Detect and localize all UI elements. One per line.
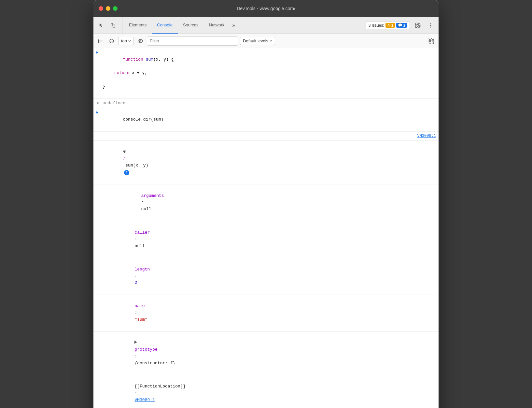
- console-row-fn-location: [[FunctionLocation]] : VM3089:1: [93, 375, 439, 408]
- tab-console[interactable]: Console: [152, 17, 178, 34]
- cursor-icon: [99, 23, 104, 28]
- expand-indicator[interactable]: ▶: [93, 49, 101, 56]
- console-row-fn-header: f sum(x, y) i: [93, 141, 439, 184]
- gear-icon: [415, 22, 421, 28]
- caller-content: caller : null: [101, 222, 439, 257]
- console-row-dir: ▶ console.dir(sum): [93, 108, 439, 131]
- three-dots-icon: [430, 23, 431, 28]
- dir-indicator[interactable]: ▶: [93, 109, 101, 116]
- console-content: ▶ function sum(x, y) { return x + y; } ◀…: [93, 48, 439, 408]
- length-content: length : 2: [101, 259, 439, 294]
- console-toolbar: top Default levels: [93, 34, 439, 48]
- close-button[interactable]: [99, 6, 103, 11]
- console-row-prototype: prototype : {constructor: f}: [93, 332, 439, 375]
- traffic-lights: [99, 6, 118, 11]
- console-row-name: name : "sum": [93, 295, 439, 332]
- console-row-length: length : 2: [93, 258, 439, 295]
- info-badge: 💬 2: [396, 23, 407, 28]
- device-toolbar-button[interactable]: [108, 20, 118, 31]
- svg-rect-5: [98, 39, 99, 43]
- devtools-window: DevTools - www.google.com/ Elements Cons…: [93, 0, 439, 408]
- window-title: DevTools - www.google.com/: [237, 6, 295, 11]
- minimize-button[interactable]: [106, 6, 110, 11]
- console-row-arguments: arguments : null: [93, 184, 439, 221]
- tab-sources[interactable]: Sources: [178, 17, 204, 34]
- tab-elements[interactable]: Elements: [124, 17, 152, 34]
- name-content: name : "sum": [101, 296, 439, 331]
- fn-location-content: [[FunctionLocation]] : VM3089:1: [101, 376, 439, 408]
- settings-icon: [428, 38, 434, 44]
- settings-button[interactable]: [413, 20, 423, 31]
- vm-source-link[interactable]: VM3099:1: [414, 132, 439, 140]
- titlebar: DevTools - www.google.com/: [93, 0, 439, 17]
- prototype-content: prototype : {constructor: f}: [101, 332, 439, 374]
- inspect-element-button[interactable]: [96, 20, 106, 31]
- svg-point-8: [140, 40, 141, 42]
- warning-badge: ⚠ 1: [385, 23, 395, 28]
- levels-chevron-icon: [270, 40, 272, 42]
- mobile-icon: [110, 23, 116, 28]
- svg-point-2: [430, 23, 431, 24]
- context-selector[interactable]: top: [118, 37, 134, 45]
- svg-rect-0: [111, 23, 113, 26]
- tabbar-right: 3 Issues: ⚠ 1 💬 2: [366, 17, 436, 34]
- svg-point-3: [430, 25, 431, 26]
- console-row-undefined-1: ◀ undefined: [93, 99, 439, 109]
- fn-header-content: f sum(x, y) i: [101, 141, 439, 183]
- console-row-function-def: ▶ function sum(x, y) { return x + y; }: [93, 48, 439, 99]
- fn-location-link[interactable]: VM3089:1: [134, 398, 155, 402]
- console-row-vm3099: VM3099:1: [93, 132, 439, 141]
- svg-point-4: [430, 26, 431, 27]
- filter-input[interactable]: [147, 36, 238, 46]
- collapse-fn-icon[interactable]: [123, 151, 126, 153]
- block-icon: [109, 38, 114, 44]
- maximize-button[interactable]: [113, 6, 118, 11]
- arguments-content: arguments : null: [108, 185, 439, 220]
- undefined-1-content: undefined: [101, 99, 439, 108]
- clear-icon: [98, 38, 103, 44]
- dir-content: console.dir(sum): [101, 109, 439, 130]
- chevron-down-icon: [128, 40, 131, 42]
- tab-network[interactable]: Network: [204, 17, 230, 34]
- clear-console-button[interactable]: [96, 36, 105, 46]
- svg-rect-1: [113, 24, 115, 27]
- log-level-selector[interactable]: Default levels: [240, 37, 275, 45]
- tabbar-icons: [96, 17, 122, 34]
- no-entry-button[interactable]: [107, 36, 116, 46]
- issues-badge[interactable]: 3 Issues: ⚠ 1 💬 2: [366, 21, 410, 29]
- more-tabs-button[interactable]: »: [230, 17, 238, 34]
- console-settings-button[interactable]: [427, 36, 436, 46]
- info-badge-icon[interactable]: i: [124, 170, 129, 175]
- expand-prototype-icon[interactable]: [134, 341, 137, 344]
- return-indicator: ◀: [93, 99, 101, 106]
- eye-icon: [137, 39, 143, 43]
- tabbar: Elements Console Sources Network » 3 Iss…: [93, 17, 439, 34]
- eye-button[interactable]: [136, 36, 145, 46]
- function-def-content: function sum(x, y) { return x + y; }: [101, 49, 439, 98]
- more-options-button[interactable]: [426, 20, 436, 31]
- console-row-caller: caller : null: [93, 221, 439, 258]
